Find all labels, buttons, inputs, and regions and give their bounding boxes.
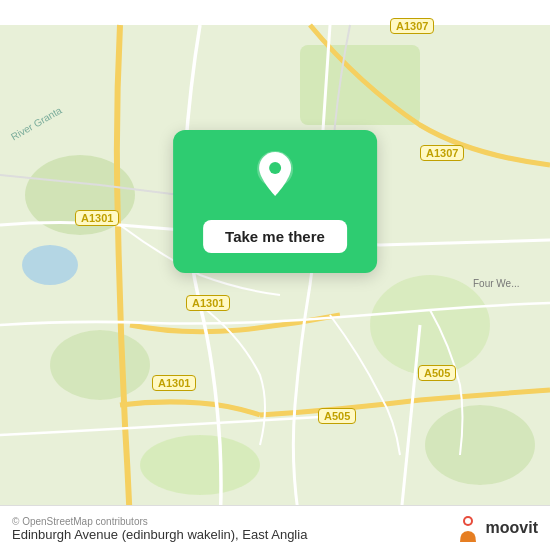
svg-point-4 <box>50 330 150 400</box>
road-label-a1301-bottom: A1301 <box>152 375 196 391</box>
road-label-a505-bottom: A505 <box>318 408 356 424</box>
svg-point-7 <box>22 245 78 285</box>
svg-point-3 <box>370 275 490 375</box>
svg-point-11 <box>465 518 471 524</box>
copyright-text: © OpenStreetMap contributors <box>12 516 307 527</box>
road-label-a1307-right: A1307 <box>420 145 464 161</box>
map-svg <box>0 0 550 550</box>
info-bar-left: © OpenStreetMap contributors Edinburgh A… <box>12 514 307 542</box>
road-label-a1301-left: A1301 <box>75 210 119 226</box>
pin-icon <box>256 150 294 202</box>
svg-point-6 <box>140 435 260 495</box>
svg-point-9 <box>269 162 281 174</box>
location-text: Edinburgh Avenue (edinburgh wakelin), <box>12 527 239 542</box>
take-me-there-button[interactable]: Take me there <box>203 220 347 253</box>
road-label-a1301-center: A1301 <box>186 295 230 311</box>
region-text: East Anglia <box>242 527 307 542</box>
location-name: Edinburgh Avenue (edinburgh wakelin), Ea… <box>12 527 307 542</box>
moovit-text: moovit <box>486 519 538 537</box>
cta-card: Take me there <box>173 130 377 273</box>
four-ways-label: Four We... <box>473 278 520 289</box>
moovit-icon <box>454 514 482 542</box>
svg-point-5 <box>425 405 535 485</box>
moovit-logo[interactable]: moovit <box>454 514 538 542</box>
info-bar: © OpenStreetMap contributors Edinburgh A… <box>0 505 550 550</box>
road-label-a1307-top: A1307 <box>390 18 434 34</box>
road-label-a505-right: A505 <box>418 365 456 381</box>
map-container: A1307 A1307 A1301 A1301 A1301 A505 A505 … <box>0 0 550 550</box>
